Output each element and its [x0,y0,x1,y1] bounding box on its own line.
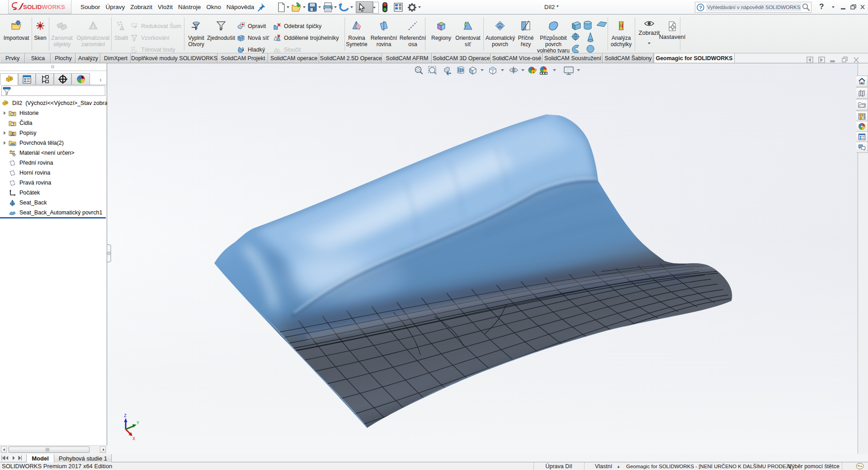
svg-text:X: X [132,437,135,442]
svg-text:Y: Y [137,421,139,426]
svg-text:A: A [499,24,502,28]
svg-text:?: ? [699,5,702,10]
svg-text:SOLIDWORKS: SOLIDWORKS [23,4,65,10]
svg-text:Z: Z [124,413,127,418]
svg-text:A: A [11,133,14,136]
